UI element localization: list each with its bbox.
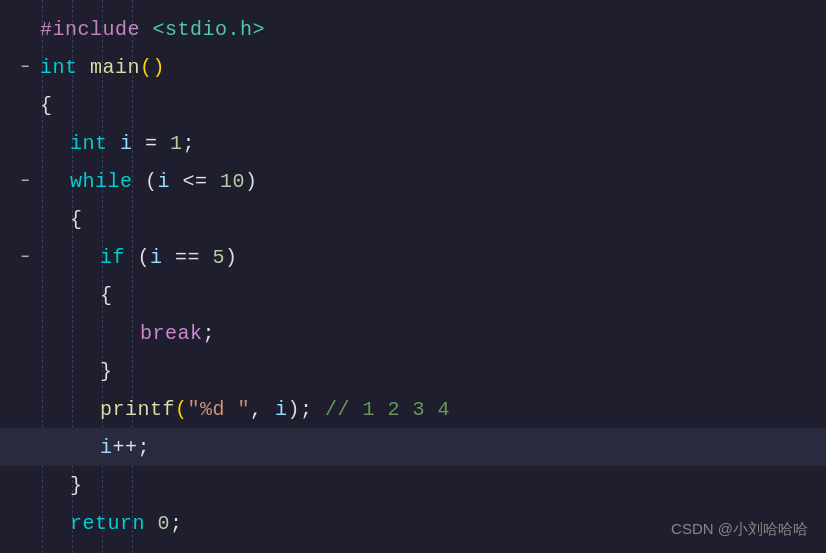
line-content-8: {: [40, 284, 113, 307]
line-content-5: while (i <= 10): [40, 170, 258, 193]
gutter-5: −: [10, 173, 40, 189]
token: int: [70, 132, 108, 155]
gutter-7: −: [10, 249, 40, 265]
line-content-3: {: [40, 94, 53, 117]
token: <stdio.h>: [153, 18, 266, 41]
line-content-11: printf("%d ", i); // 1 2 3 4: [40, 398, 450, 421]
code-line-12: i++;: [0, 428, 826, 466]
gutter-2: −: [10, 59, 40, 75]
token: break: [140, 322, 203, 345]
token: =: [133, 132, 171, 155]
token: }: [100, 360, 113, 383]
watermark: CSDN @小刘哈哈哈: [671, 520, 808, 539]
code-line-5: − while (i <= 10): [0, 162, 826, 200]
token: {: [40, 94, 53, 117]
token: ,: [250, 398, 275, 421]
code-line-6: {: [0, 200, 826, 238]
token: [108, 132, 121, 155]
line-content-6: {: [40, 208, 83, 231]
line-content-14: return 0;: [40, 512, 183, 535]
code-line-10: }: [0, 352, 826, 390]
token: 1: [170, 132, 183, 155]
token: );: [288, 398, 326, 421]
token: ==: [163, 246, 213, 269]
token: // 1 2 3 4: [325, 398, 450, 421]
token: main: [90, 56, 140, 79]
token: while: [70, 170, 133, 193]
token: }: [70, 474, 83, 497]
code-line-3: {: [0, 86, 826, 124]
line-content-4: int i = 1;: [40, 132, 195, 155]
fold-icon-7[interactable]: −: [21, 249, 29, 265]
line-content-9: break;: [40, 322, 215, 345]
code-line-9: break;: [0, 314, 826, 352]
code-line-1: #include <stdio.h>: [0, 10, 826, 48]
fold-icon-2[interactable]: −: [21, 59, 29, 75]
token: <=: [170, 170, 220, 193]
token: i: [158, 170, 171, 193]
token: (): [140, 56, 165, 79]
token: int: [40, 56, 78, 79]
code-line-7: − if (i == 5): [0, 238, 826, 276]
token: 5: [213, 246, 226, 269]
code-line-11: printf("%d ", i); // 1 2 3 4: [0, 390, 826, 428]
token: printf: [100, 398, 175, 421]
token: "%d ": [188, 398, 251, 421]
token: (: [125, 246, 150, 269]
token: if: [100, 246, 125, 269]
fold-icon-5[interactable]: −: [21, 173, 29, 189]
code-line-8: {: [0, 276, 826, 314]
token: i: [100, 436, 113, 459]
line-content-10: }: [40, 360, 113, 383]
token: ;: [170, 512, 183, 535]
code-editor: #include <stdio.h> − int main() { int i …: [0, 0, 826, 553]
code-line-13: }: [0, 466, 826, 504]
token: (: [175, 398, 188, 421]
token: 10: [220, 170, 245, 193]
token: i: [275, 398, 288, 421]
token: ++;: [113, 436, 151, 459]
line-content-12: i++;: [40, 436, 150, 459]
token: ;: [183, 132, 196, 155]
line-content-1: #include <stdio.h>: [40, 18, 265, 41]
token: ;: [203, 322, 216, 345]
token: ): [225, 246, 238, 269]
token: #include: [40, 18, 153, 41]
code-line-4: int i = 1;: [0, 124, 826, 162]
token: 0: [158, 512, 171, 535]
token: {: [70, 208, 83, 231]
token: {: [100, 284, 113, 307]
line-content-2: int main(): [40, 56, 165, 79]
line-content-13: }: [40, 474, 83, 497]
token: [145, 512, 158, 535]
token: ): [245, 170, 258, 193]
token: (: [133, 170, 158, 193]
token: i: [150, 246, 163, 269]
code-line-2: − int main(): [0, 48, 826, 86]
line-content-7: if (i == 5): [40, 246, 238, 269]
token: return: [70, 512, 145, 535]
token: i: [120, 132, 133, 155]
token: [78, 56, 91, 79]
